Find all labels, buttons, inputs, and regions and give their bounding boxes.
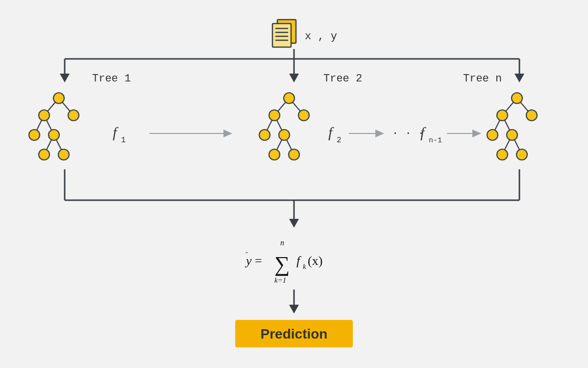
svg-point-35	[298, 110, 309, 121]
svg-text:1: 1	[121, 136, 126, 145]
sum-formula: y ˆ = ∑ n k=1 f k (x)	[245, 238, 322, 284]
svg-text:k: k	[303, 263, 306, 270]
f2-label: f 2	[328, 124, 342, 145]
tree-n-icon	[487, 93, 537, 160]
svg-point-51	[497, 149, 508, 160]
svg-point-20	[53, 93, 64, 104]
svg-point-48	[526, 110, 537, 121]
svg-text:ˆ: ˆ	[245, 251, 248, 259]
svg-text:f: f	[113, 124, 119, 140]
fn1-label: f n-1	[420, 124, 442, 145]
bottom-merge-line	[65, 169, 519, 228]
svg-point-21	[39, 110, 49, 121]
ellipsis-dots: · · ·	[392, 128, 424, 140]
svg-marker-69	[289, 219, 299, 228]
tree-2-label: Tree 2	[323, 73, 362, 85]
svg-point-49	[487, 130, 498, 140]
arrow-f1-to-tree2	[149, 130, 232, 137]
svg-point-50	[507, 130, 517, 140]
svg-text:n: n	[280, 238, 284, 247]
tree-1-icon	[29, 93, 79, 160]
svg-text:(x): (x)	[308, 254, 322, 268]
svg-text:2: 2	[337, 136, 342, 145]
svg-point-36	[259, 130, 270, 140]
svg-point-47	[497, 110, 508, 121]
svg-marker-13	[514, 74, 524, 82]
data-documents-icon	[272, 20, 296, 47]
svg-text:f: f	[296, 254, 302, 268]
svg-marker-9	[60, 74, 70, 82]
svg-point-22	[68, 110, 79, 121]
f1-label: f 1	[113, 124, 126, 145]
svg-marker-56	[223, 130, 232, 137]
svg-point-26	[58, 149, 69, 160]
prediction-box: Prediction	[235, 320, 353, 347]
svg-text:∑: ∑	[274, 252, 290, 276]
svg-text:n-1: n-1	[429, 136, 442, 145]
svg-point-33	[284, 93, 294, 104]
svg-text:f: f	[420, 124, 426, 140]
svg-point-46	[512, 93, 522, 104]
arrow-formula-to-prediction	[289, 289, 299, 314]
tree-2-icon	[259, 93, 309, 160]
svg-text:=: =	[255, 254, 262, 268]
svg-rect-1	[272, 24, 291, 47]
svg-point-52	[516, 149, 527, 160]
svg-marker-11	[289, 74, 299, 82]
svg-marker-60	[375, 130, 384, 137]
svg-point-23	[29, 130, 40, 140]
arrow-f2-to-dots	[349, 130, 384, 137]
boosting-diagram: x , y Tree 1 Tree 2 Tree n	[0, 0, 588, 368]
tree-n-label: Tree n	[463, 73, 502, 85]
svg-marker-80	[289, 305, 299, 314]
prediction-label: Prediction	[261, 326, 328, 342]
tree-1-label: Tree 1	[92, 73, 131, 85]
svg-point-25	[39, 149, 49, 160]
svg-point-24	[49, 130, 59, 140]
arrow-fn1-to-tree-n	[447, 130, 481, 137]
svg-point-34	[269, 110, 280, 121]
svg-marker-64	[472, 130, 481, 137]
data-label: x , y	[305, 30, 337, 43]
svg-point-39	[289, 149, 299, 160]
svg-point-37	[279, 130, 290, 140]
svg-text:f: f	[328, 124, 334, 140]
svg-text:k=1: k=1	[274, 276, 286, 284]
svg-point-38	[269, 149, 280, 160]
